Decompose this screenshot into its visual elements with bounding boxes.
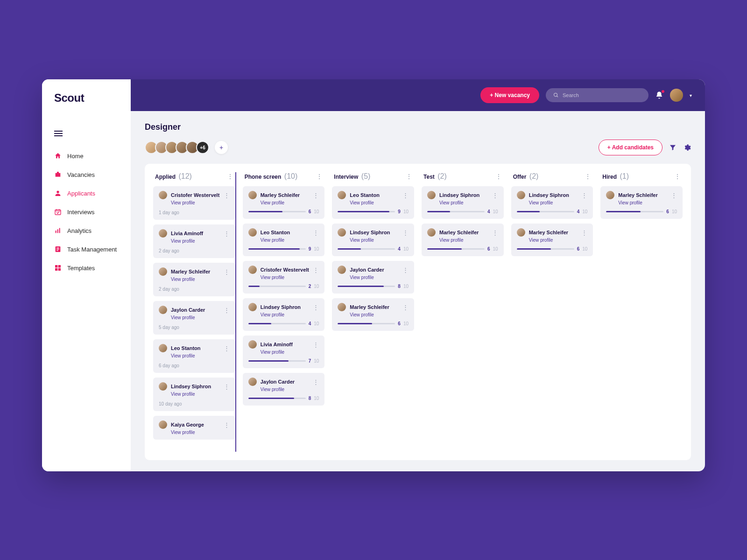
candidate-card[interactable]: Lindsey Siphron ⋮ View profile 4 10 [422, 186, 504, 219]
candidate-card[interactable]: Cristofer Westervelt ⋮ View profile 2 10 [243, 261, 325, 294]
candidate-card[interactable]: Lindsey Siphron ⋮ View profile 4 10 [243, 298, 325, 331]
candidate-card[interactable]: Leo Stanton ⋮ View profile 9 10 [332, 186, 414, 219]
candidate-card[interactable]: Lindsey Siphron ⋮ View profile10 day ago [153, 378, 235, 411]
view-profile-link[interactable]: View profile [439, 238, 498, 243]
view-profile-link[interactable]: View profile [618, 200, 677, 205]
view-profile-link[interactable]: View profile [350, 238, 409, 243]
add-candidates-button[interactable]: + Add candidates [599, 140, 662, 155]
view-profile-link[interactable]: View profile [350, 200, 409, 205]
view-profile-link[interactable]: View profile [261, 350, 319, 355]
candidate-card[interactable]: Marley Schleifer ⋮ View profile 6 10 [243, 186, 325, 219]
card-menu-icon[interactable]: ⋮ [224, 383, 230, 390]
candidate-card[interactable]: Cristofer Westervelt ⋮ View profile1 day… [153, 186, 235, 220]
notification-bell-icon[interactable] [655, 91, 663, 99]
view-profile-link[interactable]: View profile [171, 353, 230, 358]
column-menu-icon[interactable]: ⋮ [316, 173, 323, 180]
view-profile-link[interactable]: View profile [261, 275, 319, 280]
card-menu-icon[interactable]: ⋮ [224, 421, 230, 428]
page-title: Designer [145, 122, 691, 132]
candidate-card[interactable]: Marley Schleifer ⋮ View profile 6 10 [422, 224, 504, 256]
candidate-card[interactable]: Marley Schleifer ⋮ View profile 6 10 [600, 186, 683, 219]
card-menu-icon[interactable]: ⋮ [224, 345, 230, 352]
sidebar-item-analytics[interactable]: Analytics [54, 221, 131, 240]
column-menu-icon[interactable]: ⋮ [227, 173, 233, 180]
candidate-card[interactable]: Jaylon Carder ⋮ View profile 8 10 [243, 373, 325, 406]
add-team-member-button[interactable]: + [215, 141, 228, 154]
view-profile-link[interactable]: View profile [171, 315, 230, 320]
candidate-card[interactable]: Marley Schleifer ⋮ View profile 6 10 [332, 298, 414, 331]
column-menu-icon[interactable]: ⋮ [406, 173, 412, 180]
gear-icon[interactable] [683, 144, 691, 152]
candidate-card[interactable]: Lindsey Siphron ⋮ View profile 4 10 [511, 186, 593, 219]
candidate-card[interactable]: Livia Aminoff ⋮ View profile2 day ago [153, 224, 235, 258]
card-menu-icon[interactable]: ⋮ [224, 192, 230, 199]
view-profile-link[interactable]: View profile [261, 200, 319, 205]
sidebar-item-vacancies[interactable]: Vacancies [54, 165, 131, 184]
score-value: 8 [398, 284, 401, 289]
view-profile-link[interactable]: View profile [171, 277, 230, 282]
card-menu-icon[interactable]: ⋮ [313, 266, 319, 273]
candidate-card[interactable]: Kaiya George ⋮ View profile [153, 416, 235, 440]
card-menu-icon[interactable]: ⋮ [313, 378, 319, 385]
card-menu-icon[interactable]: ⋮ [492, 192, 498, 199]
card-menu-icon[interactable]: ⋮ [224, 230, 230, 237]
view-profile-link[interactable]: View profile [171, 430, 230, 435]
sidebar-item-interviews[interactable]: Interviews [54, 203, 131, 221]
filter-icon[interactable] [669, 144, 677, 151]
card-menu-icon[interactable]: ⋮ [224, 268, 230, 275]
card-header: Cristofer Westervelt ⋮ [159, 191, 230, 199]
team-avatar-overflow[interactable]: +6 [196, 141, 209, 154]
candidate-card[interactable]: Leo Stanton ⋮ View profile 9 10 [243, 224, 325, 256]
user-avatar[interactable] [670, 89, 683, 102]
column-menu-icon[interactable]: ⋮ [585, 173, 591, 180]
notification-dot [662, 90, 664, 93]
candidate-card[interactable]: Jaylon Carder ⋮ View profile5 day ago [153, 301, 235, 335]
view-profile-link[interactable]: View profile [261, 387, 319, 392]
view-profile-link[interactable]: View profile [350, 312, 409, 317]
view-profile-link[interactable]: View profile [261, 238, 319, 243]
view-profile-link[interactable]: View profile [350, 275, 409, 280]
card-menu-icon[interactable]: ⋮ [402, 192, 409, 199]
menu-toggle-icon[interactable] [54, 131, 131, 136]
search-input[interactable] [563, 92, 641, 98]
sidebar-item-applicants[interactable]: Applicants [54, 184, 131, 203]
new-vacancy-button[interactable]: + New vacancy [480, 87, 539, 103]
view-profile-link[interactable]: View profile [261, 312, 319, 317]
view-profile-link[interactable]: View profile [171, 200, 230, 205]
sidebar-item-home[interactable]: Home [54, 147, 131, 165]
card-menu-icon[interactable]: ⋮ [224, 307, 230, 314]
score-value: 9 [398, 209, 401, 214]
candidate-card[interactable]: Livia Aminoff ⋮ View profile 7 10 [243, 336, 325, 368]
card-header: Marley Schleifer ⋮ [606, 191, 677, 199]
view-profile-link[interactable]: View profile [529, 200, 588, 205]
card-menu-icon[interactable]: ⋮ [492, 229, 498, 236]
card-menu-icon[interactable]: ⋮ [313, 304, 319, 311]
candidate-card[interactable]: Jaylon Carder ⋮ View profile 8 10 [332, 261, 414, 294]
card-menu-icon[interactable]: ⋮ [402, 229, 409, 236]
card-menu-icon[interactable]: ⋮ [581, 229, 587, 236]
sidebar-item-templates[interactable]: Templates [54, 259, 131, 277]
card-menu-icon[interactable]: ⋮ [402, 266, 409, 273]
score-row: 9 10 [248, 246, 319, 252]
sidebar-item-task-management[interactable]: Task Management [54, 240, 131, 259]
candidate-card[interactable]: Leo Stanton ⋮ View profile6 day ago [153, 339, 235, 373]
view-profile-link[interactable]: View profile [171, 392, 230, 397]
column-menu-icon[interactable]: ⋮ [674, 173, 681, 180]
search-box[interactable] [546, 88, 648, 102]
card-menu-icon[interactable]: ⋮ [402, 304, 409, 311]
candidate-card[interactable]: Marley Schleifer ⋮ View profile 6 10 [511, 224, 593, 256]
candidate-avatar [159, 420, 167, 429]
card-menu-icon[interactable]: ⋮ [581, 192, 587, 199]
column-menu-icon[interactable]: ⋮ [495, 173, 502, 180]
candidate-card[interactable]: Marley Schleifer ⋮ View profile2 day ago [153, 263, 235, 296]
score-max: 10 [314, 358, 319, 364]
view-profile-link[interactable]: View profile [439, 200, 498, 205]
chevron-down-icon[interactable]: ▾ [690, 93, 692, 98]
candidate-card[interactable]: Lindsey Siphron ⋮ View profile 4 10 [332, 224, 414, 256]
card-menu-icon[interactable]: ⋮ [313, 341, 319, 348]
view-profile-link[interactable]: View profile [171, 238, 230, 244]
card-menu-icon[interactable]: ⋮ [671, 192, 677, 199]
card-menu-icon[interactable]: ⋮ [313, 192, 319, 199]
card-menu-icon[interactable]: ⋮ [313, 229, 319, 236]
view-profile-link[interactable]: View profile [529, 238, 588, 243]
